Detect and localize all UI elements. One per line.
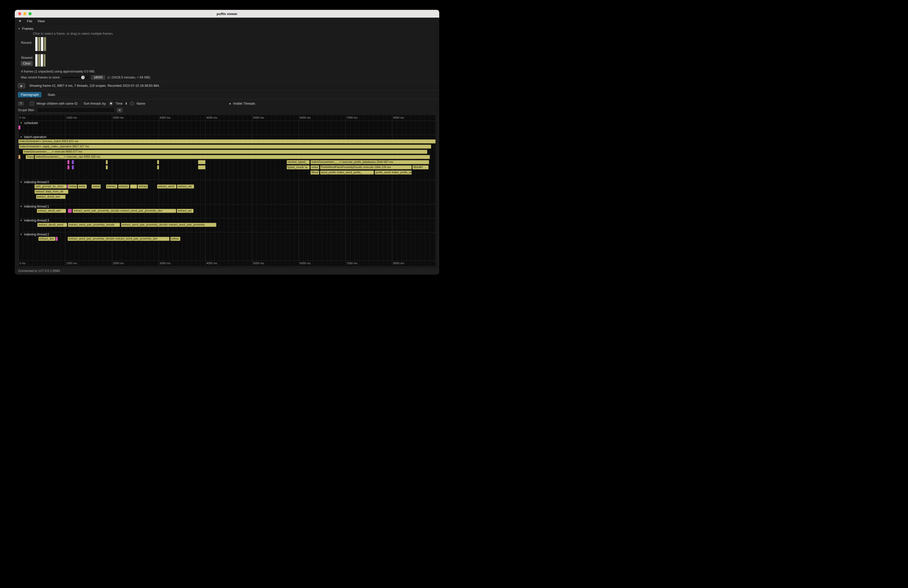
- flamegraph-span[interactable]: word_prefix::index_word_prefix_: [320, 170, 374, 175]
- flamegraph-span[interactable]: prefix_word::index_prefix_wo: [375, 170, 412, 175]
- flamegraph-span[interactable]: Trans: [26, 155, 34, 159]
- flamegraph-span[interactable]: extract_docid_word: [37, 223, 67, 227]
- close-window-button[interactable]: [18, 12, 21, 15]
- max-frames-slider-knob[interactable]: [81, 76, 85, 79]
- frame-thumbnail-bar[interactable]: [38, 54, 40, 67]
- clear-filter-button[interactable]: ✕: [117, 108, 122, 112]
- thread-label[interactable]: ▼indexing-thread:1: [20, 205, 49, 208]
- flamegraph-canvas[interactable]: 0 ms0 ms1000 ms1000 ms2000 ms2000 ms3000…: [18, 115, 436, 266]
- flamegraph-span[interactable]: extract_: [106, 185, 118, 189]
- gridline: [247, 115, 248, 266]
- recent-frames-thumbnail[interactable]: [34, 36, 47, 52]
- help-button[interactable]: ?: [18, 101, 24, 106]
- flamegraph-span[interactable]: extrac: [92, 185, 101, 189]
- gridline: [425, 115, 425, 266]
- flamegraph-span[interactable]: extract::data_from_ob: [34, 190, 68, 194]
- flamegraph-span[interactable]: extrac: [170, 237, 180, 241]
- minimize-window-button[interactable]: [23, 12, 26, 15]
- sort-by-name-radio[interactable]: [130, 101, 134, 106]
- flamegraph-span[interactable]: extract: [138, 185, 148, 189]
- thread-label[interactable]: ▼indexing-thread:0: [20, 180, 49, 184]
- slowest-frames-thumbnail[interactable]: [34, 53, 47, 67]
- flamegraph-span[interactable]: IndexDocuments<_, _>::execute_prefix_dat…: [311, 160, 429, 164]
- frame-thumbnail-bar[interactable]: [38, 37, 40, 51]
- flamegraph-span[interactable]: IndexScheduler>::process_batch 8953.821 …: [18, 139, 436, 143]
- frame-thumbnail-bar[interactable]: [35, 37, 37, 51]
- flamegraph-span[interactable]: typed_chunk::w: [287, 165, 310, 169]
- flamegraph-span[interactable]: index: [311, 165, 319, 169]
- play-button[interactable]: ▶: [18, 83, 25, 88]
- flamegraph-span[interactable]: extract_docid_wor: [36, 195, 66, 199]
- flamegraph-span[interactable]: extract_wo: [177, 185, 194, 189]
- flamegraph-span[interactable]: [18, 125, 21, 130]
- gridline: [378, 115, 378, 266]
- flamegraph-span[interactable]: extract_word_pair_proximity_docids::extr…: [68, 237, 169, 241]
- flamegraph-span[interactable]: extract_word_pair_proximity_docids::extr…: [72, 209, 176, 213]
- frame-thumbnail-bar[interactable]: [41, 54, 43, 67]
- flamegraph-span[interactable]: [198, 160, 206, 164]
- flamegraph-span[interactable]: [157, 160, 159, 164]
- scope-filter-row: Scope filter: ✕: [15, 106, 439, 114]
- titlebar: puffin viewer: [15, 10, 439, 18]
- flamegraph-span[interactable]: IndexDocuments<_, _>::execute 8656.677 m…: [23, 150, 427, 154]
- flamegraph-span[interactable]: [106, 160, 108, 164]
- visible-threads-toggle[interactable]: ▶ Visible Threads: [229, 102, 255, 105]
- clear-frames-button[interactable]: Clear: [21, 61, 33, 66]
- flamegraph-span[interactable]: [106, 165, 108, 169]
- flamegraph-span[interactable]: IndexDocuments<_, _>::execute_raw 8459.1…: [35, 155, 430, 159]
- sort-direction-icon[interactable]: ⬇: [125, 102, 127, 105]
- flamegraph-span[interactable]: [56, 237, 58, 241]
- flamegraph-span[interactable]: WordPr: [412, 165, 428, 169]
- sort-by-time-label: Time: [116, 102, 122, 105]
- flamegraph-span[interactable]: [130, 185, 137, 189]
- thread-label[interactable]: ▼batch-operation: [20, 135, 47, 139]
- time-tick-label: 6000 ms: [300, 116, 311, 119]
- flamegraph-span[interactable]: PrefixWordPairsProximityDocids::execute …: [320, 165, 412, 169]
- time-tick-label: 3000 ms: [159, 116, 171, 119]
- flamegraph-span[interactable]: extract_wo: [177, 209, 193, 213]
- flamegraph-span[interactable]: receive_typed_: [287, 160, 310, 164]
- flamegraph-span[interactable]: [72, 160, 74, 164]
- zoom-window-button[interactable]: [29, 12, 32, 15]
- flamegraph-span[interactable]: extract_word: [157, 185, 177, 189]
- flamegraph-span[interactable]: [18, 155, 21, 159]
- flamegraph-span[interactable]: extract_doc: [39, 237, 56, 241]
- flamegraph-span[interactable]: [157, 165, 159, 169]
- frame-thumbnail-bar[interactable]: [41, 37, 43, 51]
- thread-label[interactable]: ▼indexing-thread:3: [20, 218, 49, 222]
- frame-thumbnail-bar[interactable]: [35, 54, 37, 67]
- flamegraph-span[interactable]: [198, 165, 206, 169]
- frames-section-label: Frames: [22, 27, 34, 31]
- frame-thumbnail-bar[interactable]: [43, 54, 46, 67]
- flamegraph-span[interactable]: [72, 165, 74, 169]
- frame-thumbnail-bar[interactable]: [44, 37, 46, 51]
- flamegraph-span[interactable]: extra: [78, 185, 87, 189]
- flamegraph-span[interactable]: extract_: [118, 185, 129, 189]
- collapse-down-icon: ▼: [20, 122, 22, 124]
- time-tick-label: 8000 ms: [393, 116, 404, 119]
- thread-label[interactable]: ▼indexing-thread:2: [20, 233, 49, 236]
- flamegraph-span[interactable]: extract_word_pair_proximity_docids: [68, 223, 120, 227]
- scope-filter-input[interactable]: [37, 108, 115, 112]
- flamegraph-span[interactable]: [68, 160, 69, 164]
- flamegraph-span[interactable]: [68, 165, 69, 169]
- flamegraph-span[interactable]: extract_docid_wor: [37, 209, 66, 213]
- tab-stats[interactable]: Stats: [45, 92, 58, 97]
- flamegraph-span[interactable]: split_grenad_by_chun: [34, 185, 67, 189]
- max-frames-value[interactable]: 18000: [91, 75, 105, 80]
- flamegraph-span[interactable]: extract: [68, 185, 77, 189]
- theme-toggle-icon[interactable]: ☀: [18, 19, 22, 23]
- frames-section-header[interactable]: ▼ Frames: [18, 27, 436, 31]
- merge-children-checkbox[interactable]: [30, 101, 34, 106]
- flamegraph-span[interactable]: extract_word_pair_proximity_docids::extr…: [121, 223, 217, 227]
- flamegraph-span[interactable]: IndexScheduler>::apply_index_operation 8…: [19, 145, 431, 149]
- max-frames-slider[interactable]: [63, 76, 89, 79]
- menu-file[interactable]: File: [27, 19, 32, 23]
- flamegraph-span[interactable]: [70, 209, 72, 213]
- flamegraph-span[interactable]: Word: [311, 170, 319, 175]
- tab-flamegraph[interactable]: Flamegraph: [18, 92, 42, 97]
- sort-by-time-radio[interactable]: [109, 101, 113, 106]
- thread-label[interactable]: ▼scheduler: [20, 121, 38, 125]
- time-tick-label: 6000 ms: [300, 262, 311, 265]
- menu-view[interactable]: View: [37, 19, 45, 23]
